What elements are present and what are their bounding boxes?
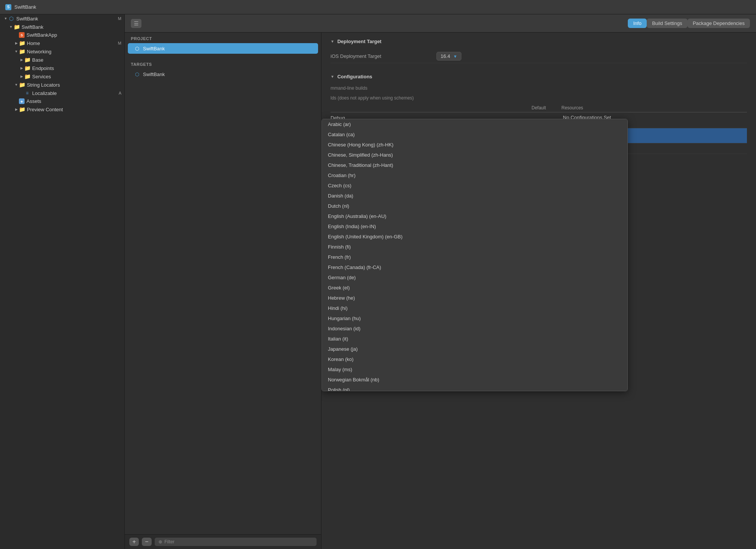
sidebar-label: SwiftBank: [22, 24, 121, 30]
col-header-resources: Resources: [562, 105, 747, 110]
dropdown-item-malay[interactable]: Malay (ms): [322, 364, 627, 375]
sidebar-item-swiftbank-root[interactable]: ⬡SwiftBankM: [0, 14, 124, 23]
configurations-title: Configurations: [337, 74, 372, 79]
sidebar-item-home[interactable]: 📁HomeM: [0, 39, 124, 47]
dropdown-item-chinese-hk[interactable]: Chinese (Hong Kong) (zh-HK): [322, 140, 627, 150]
configurations-section-collapse[interactable]: ▼ Configurations: [321, 69, 756, 82]
disclosure-closed-icon: [19, 65, 24, 71]
target-item-icon: ⬡: [134, 71, 140, 77]
dropdown-item-german[interactable]: German (de): [322, 272, 627, 283]
main-layout: ⬡SwiftBankM📁SwiftBankSSwiftBankApp📁HomeM…: [0, 14, 756, 549]
dropdown-item-english-in[interactable]: English (India) (en-IN): [322, 221, 627, 232]
sidebar-item-services[interactable]: 📁Services: [0, 72, 124, 81]
sidebar-item-endpoints[interactable]: 📁Endpoints: [0, 64, 124, 72]
deployment-target-section: ▼ Deployment Target iOS Deployment Targe…: [321, 33, 756, 69]
sidebar-badge: A: [119, 91, 121, 95]
settings-panel: ▼ Deployment Target iOS Deployment Targe…: [321, 33, 756, 549]
dropdown-item-polish[interactable]: Polish (pl): [322, 385, 627, 391]
project-icon: ⬡: [8, 16, 14, 22]
sidebar-label: Localizable: [32, 90, 117, 96]
folder-icon: 📁: [19, 106, 25, 112]
dropdown-item-czech[interactable]: Czech (cs): [322, 180, 627, 191]
project-item-swiftbank-project[interactable]: ⬡ SwiftBank: [128, 43, 318, 54]
deployment-target-title: Deployment Target: [337, 39, 382, 44]
dropdown-arrow-icon: ▼: [453, 54, 457, 59]
remove-configuration-button[interactable]: −: [142, 538, 151, 546]
sidebar-item-swiftbank-group[interactable]: 📁SwiftBank: [0, 23, 124, 31]
dropdown-item-danish[interactable]: Danish (da): [322, 191, 627, 201]
project-targets-panel: PROJECT ⬡ SwiftBank TARGETS ⬡ SwiftBank …: [125, 33, 321, 549]
dropdown-item-croatian[interactable]: Croatian (hr): [322, 170, 627, 180]
ios-version-dropdown[interactable]: 16.4 ▼: [436, 52, 461, 61]
target-item-swiftbank-target[interactable]: ⬡ SwiftBank: [128, 69, 318, 79]
disclosure-open-icon: [3, 16, 8, 21]
sidebar-label: Assets: [26, 98, 121, 104]
disclosure-closed-icon: [14, 107, 19, 112]
project-item-icon: ⬡: [134, 45, 140, 51]
sidebar-item-string-locators[interactable]: 📁String Locators: [0, 81, 124, 89]
folder-icon: 📁: [24, 73, 30, 79]
title-bar-title: SwiftBank: [14, 4, 36, 10]
sidebar-label: Base: [32, 57, 121, 63]
toolbar-button-package-dependencies[interactable]: Package Dependencies: [688, 19, 750, 28]
editor-panel: ☰ InfoBuild SettingsPackage Dependencies…: [125, 14, 756, 549]
folder-icon: 📁: [19, 82, 25, 88]
assets-icon: ◈: [19, 98, 25, 104]
command-line-note-text: mmand-line builds: [331, 86, 367, 91]
swift-file-icon: S: [19, 32, 25, 38]
dropdown-item-hebrew[interactable]: Hebrew (he): [322, 293, 627, 303]
dropdown-item-indonesian[interactable]: Indonesian (id): [322, 323, 627, 334]
dropdown-item-japanese[interactable]: Japanese (ja): [322, 344, 627, 354]
toolbar-button-build-settings[interactable]: Build Settings: [647, 19, 688, 28]
dropdown-item-english-au[interactable]: English (Australia) (en-AU): [322, 211, 627, 221]
add-configuration-button[interactable]: +: [129, 538, 139, 546]
disclosure-open-icon: [8, 24, 14, 30]
sidebar-label: Home: [27, 40, 116, 46]
target-item-label: SwiftBank: [143, 72, 165, 77]
dropdown-item-hindi[interactable]: Hindi (hi): [322, 303, 627, 313]
dropdown-item-english-gb[interactable]: English (United Kingdom) (en-GB): [322, 232, 627, 242]
sidebar-label: Networking: [27, 49, 121, 54]
dropdown-item-italian[interactable]: Italian (it): [322, 334, 627, 344]
dropdown-item-finnish[interactable]: Finnish (fi): [322, 242, 627, 252]
localize-file-icon: ≡: [24, 90, 30, 96]
title-bar: S SwiftBank: [0, 0, 756, 14]
disclosure-closed-icon: [19, 57, 24, 62]
dropdown-item-arabic[interactable]: Arabic (ar): [322, 119, 627, 129]
dropdown-item-catalan[interactable]: Catalan (ca): [322, 129, 627, 140]
editor-toolbar: ☰ InfoBuild SettingsPackage Dependencies: [125, 14, 756, 33]
sidebar-label: String Locators: [27, 82, 121, 88]
ios-deployment-value: 16.4 ▼: [436, 52, 461, 61]
dropdown-item-hungarian[interactable]: Hungarian (hu): [322, 313, 627, 323]
sidebar-item-swiftbankapp[interactable]: SSwiftBankApp: [0, 31, 124, 39]
sidebar-toggle-button[interactable]: ☰: [131, 19, 141, 28]
sidebar-item-base[interactable]: 📁Base: [0, 56, 124, 64]
sidebar-item-localizable[interactable]: ≡LocalizableA: [0, 89, 124, 97]
dropdown-item-chinese-traditional[interactable]: Chinese, Traditional (zh-Hant): [322, 160, 627, 170]
sidebar-item-networking[interactable]: 📁Networking: [0, 47, 124, 56]
file-navigator: ⬡SwiftBankM📁SwiftBankSSwiftBankApp📁HomeM…: [0, 14, 125, 549]
ios-version-value: 16.4: [441, 53, 450, 59]
sidebar-item-preview-content[interactable]: 📁Preview Content: [0, 105, 124, 114]
dropdown-item-french[interactable]: French (fr): [322, 252, 627, 262]
targets-section-header: TARGETS: [125, 58, 321, 69]
configurations-table-header: Default Resources: [331, 104, 747, 112]
language-dropdown[interactable]: Arabic (ar)Catalan (ca)Chinese (Hong Kon…: [321, 119, 628, 391]
ios-deployment-target-row: iOS Deployment Target 16.4 ▼: [331, 50, 747, 63]
dropdown-item-chinese-simplified[interactable]: Chinese, Simplified (zh-Hans): [322, 150, 627, 160]
disclosure-closed-icon: [19, 74, 24, 79]
dropdown-item-korean[interactable]: Korean (ko): [322, 354, 627, 364]
ios-deployment-label: iOS Deployment Target: [331, 53, 436, 59]
app-icon: S: [5, 4, 11, 10]
toolbar-button-info[interactable]: Info: [628, 19, 647, 28]
project-section-header: PROJECT: [125, 33, 321, 43]
dropdown-item-dutch[interactable]: Dutch (nl): [322, 201, 627, 211]
dropdown-item-french-ca[interactable]: French (Canada) (fr-CA): [322, 262, 627, 272]
filter-bar[interactable]: ⊕ Filter: [155, 538, 317, 546]
dropdown-item-greek[interactable]: Greek (el): [322, 283, 627, 293]
sidebar-item-assets[interactable]: ◈Assets: [0, 97, 124, 105]
deployment-target-collapse[interactable]: ▼ Deployment Target: [331, 39, 747, 44]
schemes-note-text: lds (does not apply when using schemes): [331, 95, 414, 101]
dropdown-item-norwegian[interactable]: Norwegian Bokmål (nb): [322, 375, 627, 385]
filter-label: Filter: [165, 539, 175, 544]
